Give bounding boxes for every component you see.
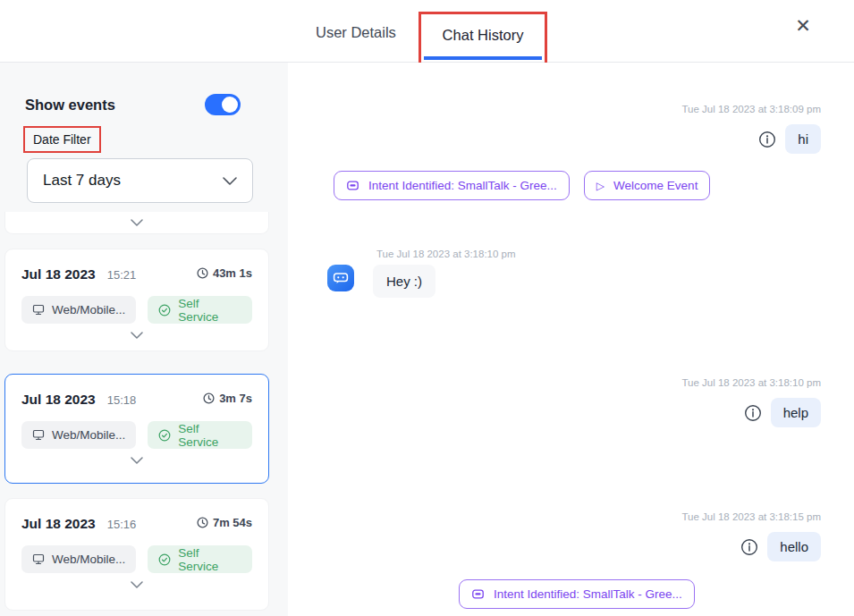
monitor-icon [32,429,45,441]
intent-identified-chip[interactable]: Intent Identified: SmallTalk - Gree... [334,171,570,200]
date-filter-label: Date Filter [33,132,91,147]
clock-icon [203,392,215,404]
chevron-down-icon [223,177,237,185]
annotation-box-date-filter: Date Filter [23,126,101,153]
expand-chevron-icon[interactable] [131,457,143,464]
resolution-badge: Self Service [148,545,252,573]
user-message-group: Tue Jul 18 2023 at 3:18:10 pm help [681,377,821,427]
message-timestamp: Tue Jul 18 2023 at 3:18:10 pm [681,377,821,388]
session-duration: 3m 7s [219,392,252,405]
chat-transcript: Tue Jul 18 2023 at 3:18:09 pm hi Intent … [288,63,854,616]
clock-icon [197,267,208,279]
session-duration: 7m 54s [213,516,252,529]
intent-chip-label: Intent Identified: SmallTalk - Gree... [368,179,557,192]
monitor-icon [32,553,45,565]
event-chips-row: Intent Identified: SmallTalk - Gree... [459,579,695,609]
channel-label: Web/Mobile... [52,428,125,442]
session-card-selected[interactable]: Jul 18 2023 15:18 3m 7s Web/Mobil [4,374,269,484]
show-events-toggle[interactable] [205,94,241,115]
resolution-label: Self Service [178,546,241,573]
intent-identified-chip[interactable]: Intent Identified: SmallTalk - Gree... [459,579,695,609]
bot-message-bubble: Hey :) [373,265,435,298]
message-timestamp: Tue Jul 18 2023 at 3:18:15 pm [681,511,821,522]
expand-chevron-icon[interactable] [131,219,143,226]
resolution-badge: Self Service [148,421,252,449]
sidebar: Show events Date Filter Last 7 days Jul … [0,63,288,616]
check-circle-icon [158,429,171,442]
play-icon: ▷ [596,180,605,192]
annotation-box-chat-history-tab: Chat History [419,12,547,65]
chat-history-panel: User Details Chat History ✕ Show events … [0,0,854,616]
session-card[interactable]: Jul 18 2023 15:16 7m 54s Web/Mobi [4,498,269,611]
session-duration: 43m 1s [213,266,252,280]
user-message-group: Tue Jul 18 2023 at 3:18:15 pm hello [681,511,821,561]
session-time: 15:18 [107,393,137,407]
chatbot-icon [332,269,350,287]
session-date: Jul 18 2023 [21,392,96,408]
channel-label: Web/Mobile... [52,303,125,316]
toggle-knob [222,97,238,113]
show-events-label: Show events [25,97,115,114]
intent-chip-label: Intent Identified: SmallTalk - Gree... [494,587,682,601]
event-chips-row: Intent Identified: SmallTalk - Gree... ▷… [334,171,710,200]
session-time: 15:21 [107,268,137,282]
session-date: Jul 18 2023 [21,266,96,283]
active-tab-underline [424,56,542,60]
user-message-bubble: help [771,398,821,427]
message-timestamp: Tue Jul 18 2023 at 3:18:09 pm [681,104,821,114]
session-date: Jul 18 2023 [21,516,96,532]
expand-chevron-icon[interactable] [131,581,143,588]
welcome-event-chip[interactable]: ▷ Welcome Event [584,171,711,200]
expand-chevron-icon[interactable] [131,332,143,339]
clock-icon [197,517,208,528]
check-circle-icon [158,553,171,566]
bot-head-icon [346,179,359,192]
bot-head-icon [471,587,485,601]
message-timestamp: Tue Jul 18 2023 at 3:18:10 pm [376,249,516,259]
resolution-badge: Self Service [148,296,252,324]
channel-badge: Web/Mobile... [21,296,136,324]
user-message-bubble: hi [785,124,821,154]
close-button[interactable]: ✕ [789,12,817,40]
session-card[interactable]: Jul 18 2023 15:21 43m 1s Web/Mobi [4,249,269,351]
user-message-group: Tue Jul 18 2023 at 3:18:09 pm hi [681,104,821,154]
resolution-label: Self Service [178,422,241,449]
monitor-icon [32,304,45,316]
resolution-label: Self Service [178,297,241,324]
bot-avatar [327,265,354,291]
session-time: 15:16 [107,518,137,531]
tab-user-details[interactable]: User Details [316,24,396,41]
header: User Details Chat History ✕ [0,0,854,63]
message-info-button[interactable] [758,131,776,148]
user-message-bubble: hello [767,532,821,561]
channel-badge: Web/Mobile... [21,421,136,449]
date-filter-dropdown[interactable]: Last 7 days [27,158,253,203]
date-filter-value: Last 7 days [43,172,121,190]
message-info-button[interactable] [740,538,758,556]
welcome-chip-label: Welcome Event [613,179,698,192]
bot-message-group: Tue Jul 18 2023 at 3:18:10 pm Hey :) [327,249,516,298]
tab-chat-history[interactable]: Chat History [421,27,545,44]
channel-badge: Web/Mobile... [21,545,136,573]
channel-label: Web/Mobile... [52,553,125,566]
check-circle-icon [158,304,171,316]
session-card-partial[interactable] [4,212,269,234]
message-info-button[interactable] [744,404,762,422]
